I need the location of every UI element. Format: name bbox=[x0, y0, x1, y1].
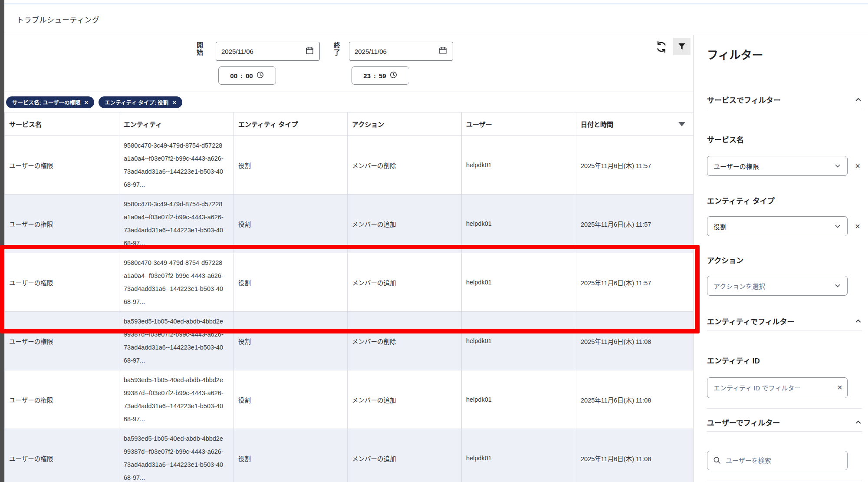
entity-type-label: エンティティ タイプ bbox=[707, 195, 862, 206]
page-title: トラブルシューティング bbox=[16, 14, 99, 25]
table-row[interactable]: ユーザーの権限 9580c470-3c49-479d-8754-d57228a1… bbox=[5, 195, 694, 253]
cell-entity: ba593ed5-1b05-40ed-abdb-4bbd2e99387d--f0… bbox=[119, 429, 234, 482]
service-name-label: サービス名 bbox=[707, 134, 862, 145]
action-label: アクション bbox=[707, 254, 862, 265]
table-row[interactable]: ユーザーの権限 ba593ed5-1b05-40ed-abdb-4bbd2e99… bbox=[5, 312, 694, 370]
cell-datetime: 2025年11月6日(木) 11:57 bbox=[576, 136, 694, 195]
divider bbox=[707, 408, 862, 409]
clock-icon[interactable] bbox=[389, 71, 398, 80]
funnel-icon bbox=[677, 42, 687, 51]
start-hour: 00 bbox=[230, 72, 237, 79]
refresh-icon[interactable] bbox=[654, 39, 669, 55]
col-header-service[interactable]: サービス名 bbox=[5, 112, 119, 136]
cell-action: メンバーの追加 bbox=[348, 195, 462, 253]
chip-entity-type[interactable]: エンティティ タイプ: 役割 × bbox=[99, 96, 182, 108]
entity-id-label: エンティティ ID bbox=[707, 355, 862, 366]
divider bbox=[707, 330, 862, 330]
divider bbox=[707, 110, 862, 110]
cell-user: helpdk01 bbox=[462, 136, 576, 195]
calendar-icon[interactable] bbox=[438, 46, 447, 56]
entity-type-select[interactable]: 役割 bbox=[707, 216, 848, 236]
time-separator: : bbox=[240, 72, 243, 79]
cell-user: helpdk01 bbox=[462, 370, 576, 429]
cell-action: メンバーの追加 bbox=[348, 429, 462, 482]
end-label: 終了 bbox=[333, 42, 340, 56]
audit-log-table: サービス名 エンティティ エンティティ タイプ アクション ユーザー 日付と時間… bbox=[4, 112, 694, 482]
sidebar-title: フィルター bbox=[707, 46, 862, 62]
cell-entity: 9580c470-3c49-479d-8754-d57228a1a0a4--f0… bbox=[119, 195, 234, 253]
cell-entity: 9580c470-3c49-479d-8754-d57228a1a0a4--f0… bbox=[119, 253, 234, 312]
datetime-toolbar: 開始 2025/11/06 00 : 00 終了 2025/11/06 bbox=[4, 35, 693, 92]
service-name-clear-button[interactable]: × bbox=[853, 161, 862, 171]
cell-entity-type: 役割 bbox=[234, 429, 348, 482]
cell-datetime: 2025年11月6日(木) 11:57 bbox=[576, 253, 694, 312]
cell-service: ユーザーの権限 bbox=[5, 370, 119, 429]
col-header-action[interactable]: アクション bbox=[348, 112, 462, 136]
chip-label: エンティティ タイプ: 役割 bbox=[105, 98, 168, 106]
cell-entity-type: 役割 bbox=[234, 195, 348, 253]
cell-service: ユーザーの権限 bbox=[5, 195, 119, 253]
cell-entity-type: 役割 bbox=[234, 253, 348, 312]
end-date-value: 2025/11/06 bbox=[355, 48, 387, 55]
cell-action: メンバーの追加 bbox=[348, 253, 462, 312]
service-name-value: ユーザーの権限 bbox=[713, 162, 759, 171]
cell-entity-type: 役割 bbox=[234, 370, 348, 429]
start-time-input[interactable]: 00 : 00 bbox=[218, 66, 276, 85]
start-date-input[interactable]: 2025/11/06 bbox=[216, 42, 320, 61]
funnel-filter-toggle-button[interactable] bbox=[673, 38, 690, 55]
cell-entity: ba593ed5-1b05-40ed-abdb-4bbd2e99387d--f0… bbox=[119, 312, 234, 370]
chip-service-name[interactable]: サービス名: ユーザーの権限 × bbox=[6, 96, 94, 108]
cell-action: メンバーの削除 bbox=[348, 136, 462, 195]
end-minute: 59 bbox=[379, 72, 386, 79]
end-date-input[interactable]: 2025/11/06 bbox=[349, 42, 453, 61]
start-label: 開始 bbox=[196, 42, 203, 56]
col-header-datetime[interactable]: 日付と時間 bbox=[576, 112, 694, 136]
cell-entity-type: 役割 bbox=[234, 312, 348, 370]
filter-sidebar: フィルター サービスでフィルター サービス名 ユーザーの権限 × エンティティ … bbox=[693, 35, 868, 482]
cell-user: helpdk01 bbox=[462, 312, 576, 370]
cell-user: helpdk01 bbox=[462, 429, 576, 482]
end-time-input[interactable]: 23 : 59 bbox=[352, 66, 409, 85]
main-panel: 開始 2025/11/06 00 : 00 終了 2025/11/06 bbox=[4, 35, 693, 482]
calendar-icon[interactable] bbox=[305, 46, 314, 56]
chip-close-icon[interactable]: × bbox=[172, 99, 176, 106]
window-edge-strip bbox=[0, 0, 4, 482]
chevron-down-icon bbox=[834, 223, 841, 230]
table-row[interactable]: ユーザーの権限 ba593ed5-1b05-40ed-abdb-4bbd2e99… bbox=[5, 429, 694, 482]
chevron-down-icon bbox=[834, 162, 841, 169]
chevron-up-icon[interactable] bbox=[855, 96, 862, 103]
section-user-filter[interactable]: ユーザーでフィルター bbox=[707, 417, 862, 428]
divider bbox=[707, 481, 862, 481]
service-name-select[interactable]: ユーザーの権限 bbox=[707, 156, 848, 176]
table-row[interactable]: ユーザーの権限 9580c470-3c49-479d-8754-d57228a1… bbox=[5, 253, 694, 312]
top-bar bbox=[4, 0, 868, 3]
col-header-entity[interactable]: エンティティ bbox=[119, 112, 234, 136]
entity-type-clear-button[interactable]: × bbox=[853, 221, 862, 231]
chevron-up-icon[interactable] bbox=[855, 419, 862, 426]
table-row[interactable]: ユーザーの権限 ba593ed5-1b05-40ed-abdb-4bbd2e99… bbox=[5, 370, 694, 429]
title-bar: トラブルシューティング bbox=[4, 4, 868, 34]
user-search-input[interactable] bbox=[707, 451, 848, 470]
divider bbox=[707, 431, 862, 432]
entity-id-clear-icon[interactable]: × bbox=[837, 383, 842, 393]
cell-datetime: 2025年11月6日(木) 11:08 bbox=[576, 312, 694, 370]
action-select[interactable]: アクションを選択 bbox=[707, 276, 848, 296]
search-icon bbox=[713, 456, 721, 465]
clock-icon[interactable] bbox=[256, 71, 264, 80]
cell-entity: 9580c470-3c49-479d-8754-d57228a1a0a4--f0… bbox=[119, 136, 234, 195]
cell-service: ユーザーの権限 bbox=[5, 136, 119, 195]
table-body: ユーザーの権限 9580c470-3c49-479d-8754-d57228a1… bbox=[5, 136, 694, 482]
cell-datetime: 2025年11月6日(木) 11:08 bbox=[576, 429, 694, 482]
chevron-up-icon[interactable] bbox=[855, 317, 862, 325]
chip-close-icon[interactable]: × bbox=[84, 99, 88, 106]
section-service-filter[interactable]: サービスでフィルター bbox=[707, 94, 862, 105]
cell-entity: ba593ed5-1b05-40ed-abdb-4bbd2e99387d--f0… bbox=[119, 370, 234, 429]
section-entity-filter[interactable]: エンティティでフィルター bbox=[707, 316, 862, 327]
cell-datetime: 2025年11月6日(木) 11:57 bbox=[576, 195, 694, 253]
sort-descending-icon[interactable] bbox=[678, 122, 685, 126]
col-header-entity-type[interactable]: エンティティ タイプ bbox=[234, 112, 348, 136]
entity-id-input[interactable] bbox=[707, 377, 848, 398]
col-header-user[interactable]: ユーザー bbox=[462, 112, 576, 136]
table-row[interactable]: ユーザーの権限 9580c470-3c49-479d-8754-d57228a1… bbox=[5, 136, 694, 195]
cell-service: ユーザーの権限 bbox=[5, 429, 119, 482]
